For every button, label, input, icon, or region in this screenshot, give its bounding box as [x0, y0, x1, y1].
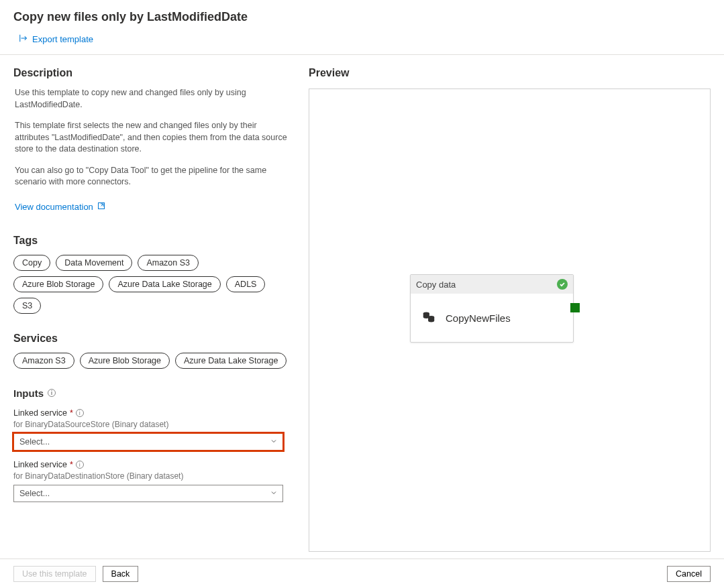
info-icon[interactable]: i	[76, 461, 84, 469]
description-p3: You can also go to "Copy Data Tool" to g…	[15, 165, 289, 188]
page-title: Copy new files only by LastModifiedDate	[0, 0, 724, 31]
export-icon	[19, 34, 28, 45]
view-documentation-link[interactable]: View documentation	[15, 202, 105, 212]
linked-service-sublabel: for BinaryDataSourceStore (Binary datase…	[13, 420, 289, 429]
preview-heading: Preview	[309, 67, 711, 79]
required-indicator: *	[70, 408, 73, 418]
use-this-template-button: Use this template	[13, 566, 96, 582]
tag-pill[interactable]: Amazon S3	[138, 255, 199, 271]
linked-service-label: Linked service	[13, 408, 67, 418]
tag-pill[interactable]: Azure Data Lake Storage	[109, 276, 220, 292]
external-link-icon	[97, 202, 105, 212]
activity-type-label: Copy data	[416, 280, 456, 290]
tags-heading: Tags	[13, 235, 289, 247]
linked-service-select[interactable]: Select...	[13, 485, 283, 502]
tag-pill[interactable]: ADLS	[226, 276, 266, 292]
services-heading: Services	[13, 333, 289, 345]
view-documentation-label: View documentation	[15, 202, 93, 212]
chevron-down-icon	[270, 437, 277, 447]
cancel-button[interactable]: Cancel	[667, 566, 711, 582]
activity-name: CopyNewFiles	[446, 312, 511, 324]
tag-pill[interactable]: Data Movement	[56, 255, 132, 271]
description-heading: Description	[13, 67, 289, 79]
export-template-link[interactable]: Export template	[19, 34, 93, 45]
required-indicator: *	[70, 460, 73, 469]
select-placeholder: Select...	[19, 489, 50, 498]
linked-service-label: Linked service	[13, 460, 67, 469]
service-pill[interactable]: Azure Data Lake Storage	[175, 353, 287, 369]
check-icon	[557, 279, 568, 290]
chevron-down-icon	[270, 489, 277, 498]
info-icon[interactable]: i	[48, 389, 56, 397]
database-icon	[421, 310, 436, 327]
activity-output-handle[interactable]	[570, 303, 580, 312]
copy-data-activity[interactable]: Copy data	[410, 274, 574, 343]
export-template-label: Export template	[32, 34, 93, 44]
select-placeholder: Select...	[19, 437, 50, 447]
tag-pill[interactable]: S3	[13, 298, 41, 314]
tag-pill[interactable]: Azure Blob Storage	[13, 276, 103, 292]
linked-service-sublabel: for BinaryDataDestinationStore (Binary d…	[13, 471, 289, 481]
service-pill[interactable]: Amazon S3	[13, 353, 74, 369]
back-button[interactable]: Back	[103, 566, 139, 582]
preview-canvas[interactable]: Copy data	[309, 89, 711, 552]
description-p2: This template first selects the new and …	[15, 120, 289, 156]
inputs-heading: Inputs	[13, 388, 44, 399]
linked-service-select[interactable]: Select...	[13, 433, 283, 451]
tag-pill[interactable]: Copy	[13, 255, 50, 271]
info-icon[interactable]: i	[76, 409, 84, 417]
description-p1: Use this template to copy new and change…	[15, 87, 289, 111]
service-pill[interactable]: Azure Blob Storage	[80, 353, 170, 369]
